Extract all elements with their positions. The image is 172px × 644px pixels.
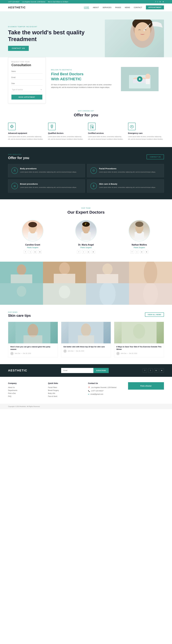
nav-services[interactable]: SERVICES [102,6,111,8]
instagram-icon[interactable]: in [33,250,37,254]
view-all-news-button[interactable]: VIEW ALL NEWS [145,312,164,317]
svg-point-49 [135,222,143,227]
svg-point-31 [94,170,94,170]
author-name: John Doe [121,353,126,354]
service-desc: Lorem ipsum dolor sit amet, consectetur … [99,171,156,173]
hero-image [86,20,164,57]
svg-point-41 [30,231,35,234]
footer-link[interactable]: Face & Neck [48,396,84,397]
service-name: Body procedures [20,168,77,170]
instagram-icon[interactable]: in [160,1,161,3]
about-text: WELCON TO AESTHETIC Find Best Doctors Wi… [51,69,117,89]
why-title: Offer for you [8,113,164,117]
email-input[interactable] [11,76,42,80]
footer-link[interactable]: FAQ [8,396,44,397]
svg-rect-54 [11,274,32,283]
body-procedures-icon [11,168,18,174]
footer-link[interactable]: About Us [8,386,44,388]
hero-cta-button[interactable]: CONTACT US [8,46,29,51]
play-button[interactable] [137,76,142,82]
news-image [8,322,58,344]
about-section: WELCON TO AESTHETIC Find Best Doctors Wi… [46,54,164,104]
why-grid: Advanced equipment Lorem ipsum dolor sit… [8,123,164,140]
emergency-care-icon [128,123,136,130]
footer-link[interactable]: Body Lifts [48,392,84,394]
gallery-item [43,262,86,283]
article-date: Dec 26, 2019 [76,350,84,352]
advanced-equipment-icon [8,123,16,130]
footer-find-doc-link[interactable]: Find a Doc [8,392,44,394]
nav-news[interactable]: NEWS [125,6,130,8]
why-item-desc: Lorem ipsum dolor sit amet, consectetur … [48,135,84,140]
gallery-item [0,262,43,283]
why-item: Advanced equipment Lorem ipsum dolor sit… [8,123,44,140]
news-label: OUR NEWS [8,312,31,313]
star-icon[interactable]: ★ [91,250,95,254]
twitter-icon[interactable]: t [158,1,158,3]
footer-link[interactable]: Facial Fillers [48,386,84,388]
svg-point-64 [17,286,26,297]
footer-link[interactable]: Breast Surgery [48,390,84,391]
twitter-icon[interactable]: t [135,250,139,254]
newsletter-email-input[interactable] [61,368,93,373]
doctor-socials: f t in ★ [8,250,57,254]
nav-contact[interactable]: CONTACT [134,6,142,8]
footer-socials: f t in ★ [143,368,164,373]
instagram-icon[interactable]: in [87,250,90,254]
services-grid: Body procedures Lorem ipsum dolor sit am… [8,164,164,192]
date-input[interactable] [11,82,42,86]
facebook-icon[interactable]: f [156,1,156,3]
instagram-icon[interactable]: in [140,250,144,254]
name-input[interactable] [11,69,42,74]
topbar: 1-677-124-44227 Los Angeles Gournell, 12… [0,0,172,4]
service-select[interactable]: Type of service [11,88,42,92]
nav-pages[interactable]: PAGES [115,6,121,8]
nav-home[interactable]: HOME [84,6,89,9]
doctors-grid: Caroline Grant Plastic Surgeon f t in ★ [8,220,164,254]
book-appointment-button[interactable]: BOOK APPOITMENT [11,95,42,100]
doctor-role: Plastic Surgeon [8,246,57,248]
svg-point-3 [135,22,150,41]
facebook-icon[interactable]: f [24,250,27,254]
doctor-name: Dr. Maria Angel [61,244,111,246]
facebook-icon[interactable]: f [77,250,81,254]
news-image [61,322,111,344]
service-info: Body procedures Lorem ipsum dolor sit am… [20,168,77,173]
topbar-social: f t in ★ [156,1,164,3]
footer-twitter-icon[interactable]: t [148,368,153,373]
why-item-desc: Lorem ipsum dolor sit amet, consectetur … [8,135,44,140]
subscribe-button[interactable]: SUBSCRIBE [93,368,109,373]
star-icon[interactable]: ★ [38,250,42,254]
services-header-text: OUR SERVICES Offer for you [8,154,29,160]
why-item-desc: Lorem ipsum dolor sit amet, consectetur … [128,135,164,140]
news-section: OUR NEWS Skin care tips VIEW ALL NEWS He… [0,305,172,364]
news-header-text: OUR NEWS Skin care tips [8,312,31,318]
facebook-icon[interactable]: f [130,250,134,254]
twitter-icon[interactable]: t [28,250,32,254]
news-meta: J John Doe • Dec 26, 2019 [116,352,162,355]
about-title-line2: With [51,77,60,81]
footer-star-icon[interactable]: ★ [160,368,164,373]
star-icon[interactable]: ★ [145,250,148,254]
news-image [114,322,164,344]
footer-link[interactable]: Departments [8,390,44,391]
why-item-title: Emergency care [128,132,164,134]
doctor-avatar [75,220,97,242]
service-info: Breast procedures Lorem ipsum dolor sit … [20,183,77,189]
doctors-title: Our Expert Doctors [8,210,164,214]
nav-links: HOME ABOUT SERVICES PAGES NEWS CONTACT A… [84,6,164,10]
phone-text: 1-677-124-44227 [91,390,103,392]
twitter-icon[interactable]: t [82,250,85,254]
footer-instagram-icon[interactable]: in [154,368,158,373]
why-item-title: Advanced equipment [8,132,44,134]
qualified-doctors-icon [48,123,56,130]
star-icon[interactable]: ★ [163,1,164,3]
nav-about[interactable]: ABOUT [93,6,99,8]
doctor-card: Dr. Maria Angel Plastic Surgeon f t in ★ [61,220,111,254]
about-title: Find Best Doctors With AESTHETIC [51,72,117,82]
about-image [121,67,159,91]
appointment-button[interactable]: APPOINTMENT [146,6,164,10]
phone-icon: 📞 [88,390,90,392]
services-contact-button[interactable]: CONTACT US [147,154,164,159]
footer-facebook-icon[interactable]: f [143,368,147,373]
